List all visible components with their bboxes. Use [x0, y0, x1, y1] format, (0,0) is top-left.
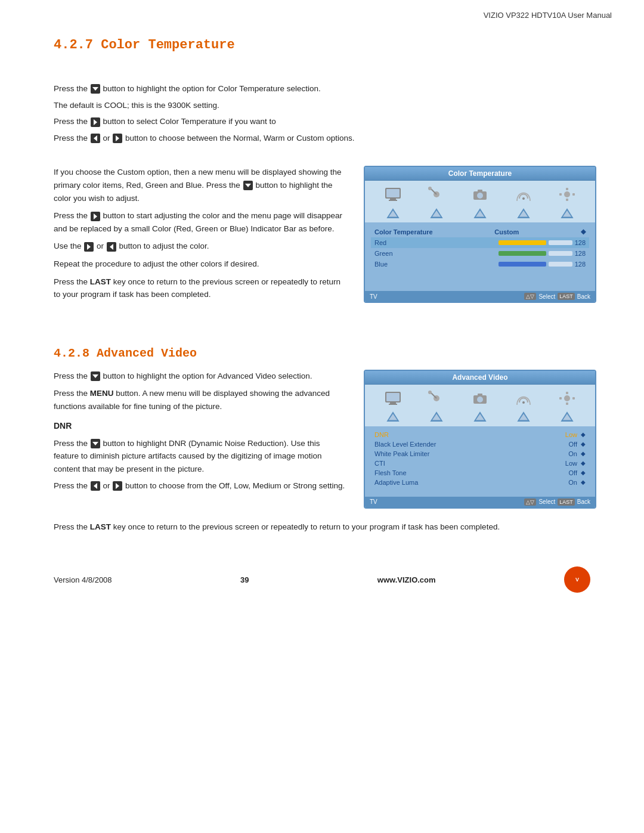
left-icon-dnr	[91, 481, 100, 491]
dnr-p2: Press the or button to choose from the O…	[54, 479, 346, 493]
menu-row-red: Red 128	[371, 237, 589, 248]
svg-point-6	[428, 187, 432, 190]
svg-rect-39	[566, 402, 568, 405]
label-blue: Blue	[374, 261, 388, 268]
tv-footer-1: TV △▽ Select LAST Back	[365, 291, 595, 302]
section-separator	[54, 317, 596, 346]
menu-header-label: Color Temperature	[374, 228, 433, 236]
page-header: VIZIO VP322 HDTV10A User Manual	[0, 0, 644, 20]
tv2-icon-camera	[469, 389, 491, 407]
adv-label-wpl: White Peak Limiter	[374, 450, 429, 457]
header-title: VIZIO VP322 HDTV10A User Manual	[484, 11, 612, 20]
right-icon-custom	[91, 212, 100, 221]
menu-row-green: Green 128	[371, 248, 589, 259]
tv-screen-2: Advanced Video	[364, 370, 596, 509]
footer-last-icon: LAST	[558, 293, 575, 300]
adv-label-ft: Flesh Tone	[374, 469, 407, 476]
svg-point-37	[564, 395, 570, 401]
svg-rect-15	[572, 193, 575, 196]
tv-icons-top-2	[365, 385, 595, 410]
svg-rect-12	[566, 188, 568, 190]
sub2-icon-4	[516, 411, 531, 423]
tv-icon-camera	[469, 185, 491, 203]
svg-point-34	[477, 397, 483, 402]
para-1: Press the button to highlight the option…	[54, 82, 596, 95]
footer2-dpad-icon: △▽	[524, 498, 536, 506]
color-temp-screen: Color Temperature	[364, 166, 596, 304]
adv-val-al: On	[568, 479, 577, 486]
adv-label-al: Adaptive Luma	[374, 479, 418, 486]
adv-video-screen: Advanced Video	[364, 370, 596, 509]
para-2: The default is COOL; this is the 9300K s…	[54, 99, 596, 112]
sub2-icon-1	[385, 411, 401, 423]
svg-point-32	[428, 391, 432, 394]
tv-icons-sub-2	[365, 410, 595, 426]
menu-header-value: Custom	[494, 228, 519, 236]
label-red: Red	[374, 239, 386, 246]
down-icon-adv	[91, 371, 100, 381]
adv-row-cti: CTI Low ◆	[371, 459, 589, 468]
footer2-back-label: Back	[577, 498, 590, 505]
adv-val-wpl: On	[568, 450, 577, 457]
svg-rect-27	[386, 393, 400, 401]
svg-rect-29	[389, 404, 397, 405]
right-icon-dnr	[113, 481, 122, 491]
dnr-heading: DNR	[54, 419, 346, 432]
sub-icon-2	[429, 207, 444, 219]
adv-arrow-ft: ◆	[581, 469, 586, 476]
menu-header-row: Color Temperature Custom ◆	[371, 226, 589, 237]
left-button-icon	[91, 134, 100, 143]
tv-icon-signal	[513, 185, 534, 203]
adv-val-ble: Off	[569, 441, 577, 448]
tv-footer-2: TV △▽ Select LAST Back	[365, 497, 595, 507]
adv-label-dnr: DNR	[374, 431, 389, 438]
menu-row-blue: Blue 128	[371, 259, 589, 270]
svg-rect-14	[559, 193, 562, 196]
svg-point-8	[477, 193, 483, 199]
svg-point-36	[522, 401, 525, 404]
svg-rect-3	[389, 200, 397, 201]
svg-rect-35	[478, 394, 482, 396]
adv-arrow-wpl: ◆	[581, 450, 586, 457]
svg-rect-28	[390, 402, 396, 404]
custom-p5: Press the LAST key once to return to the…	[54, 275, 346, 301]
adv-row-dnr: DNR Low ◆	[371, 430, 589, 439]
dnr-p1: Press the button to highlight DNR (Dynam…	[54, 437, 346, 476]
adv-val-ft: Off	[569, 469, 577, 476]
right-button-icon-2	[113, 134, 122, 143]
tv-icons-sub	[365, 206, 595, 222]
adv-label-cti: CTI	[374, 460, 385, 467]
custom-section: If you choose the Custom option, then a …	[54, 166, 596, 304]
down-icon-dnr	[91, 439, 100, 448]
color-bar-red: 128	[499, 239, 586, 246]
sub-icon-5	[559, 207, 575, 219]
tv2-icon-settings	[556, 389, 578, 407]
adv-row-wpl: White Peak Limiter On ◆	[371, 449, 589, 459]
tv-title-2: Advanced Video	[365, 371, 595, 385]
svg-point-10	[522, 197, 525, 200]
svg-rect-40	[559, 397, 562, 400]
right-icon-p3	[84, 242, 94, 252]
footer-website-block: www.VIZIO.com	[377, 575, 436, 584]
adv-video-text: Press the button to highlight the option…	[54, 370, 346, 509]
tv-icons-top	[365, 181, 595, 206]
adv-p1: Press the button to highlight the option…	[54, 370, 346, 383]
adv-video-section: Press the button to highlight the option…	[54, 370, 596, 509]
tv-footer-left-1: TV	[370, 293, 377, 300]
color-bar-green: 128	[499, 250, 586, 257]
footer-version: Version 4/8/2008	[54, 575, 112, 584]
tv-footer-right-2: △▽ Select LAST Back	[524, 498, 590, 506]
tv2-icon-satellite	[426, 389, 447, 407]
label-green: Green	[374, 250, 393, 257]
sub-icon-3	[472, 207, 488, 219]
color-bar-blue: 128	[499, 261, 586, 268]
adv-row-al: Adaptive Luma On ◆	[371, 478, 589, 487]
dnr-p3: Press the LAST key once to return to the…	[54, 521, 596, 534]
svg-rect-41	[572, 397, 575, 400]
tv-menu-2: DNR Low ◆ Black Level Extender Off ◆	[365, 426, 595, 497]
adv-arrow-ble: ◆	[581, 441, 586, 447]
tv2-icon-signal	[513, 389, 534, 407]
sub-icon-4	[516, 207, 531, 219]
tv-title-1: Color Temperature	[365, 167, 595, 181]
adv-arrow-cti: ◆	[581, 460, 586, 466]
